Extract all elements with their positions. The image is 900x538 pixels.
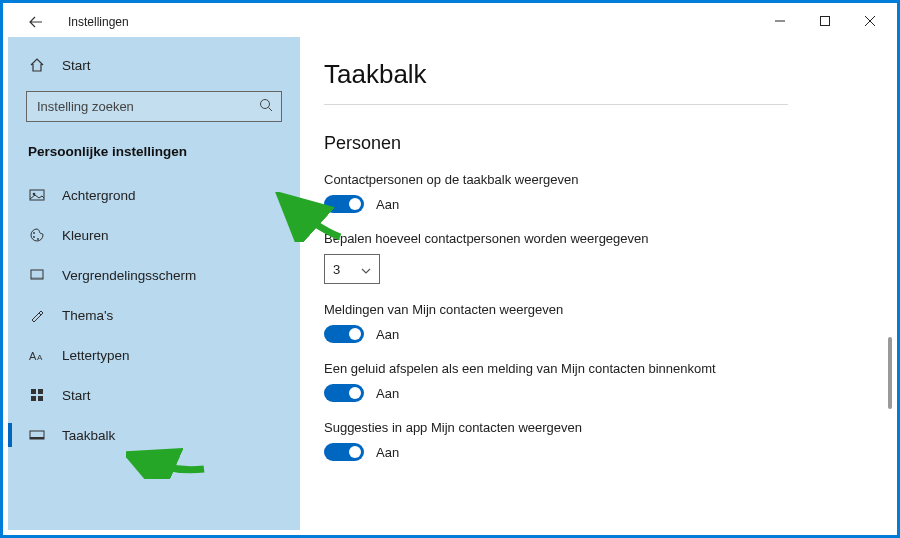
sidebar-item-label: Achtergrond (62, 188, 136, 203)
svg-rect-10 (31, 277, 43, 279)
setting-sound: Een geluid afspelen als een melding van … (324, 361, 848, 402)
chevron-down-icon (361, 262, 371, 277)
sidebar-item-lettertypen[interactable]: AA Lettertypen (8, 335, 300, 375)
setting-label: Een geluid afspelen als een melding van … (324, 361, 848, 376)
maximize-icon (820, 16, 830, 26)
titlebar: Instellingen (8, 7, 892, 37)
picture-icon (28, 187, 46, 203)
palette-icon (28, 227, 46, 243)
setting-label: Contactpersonen op de taakbalk weergeven (324, 172, 848, 187)
window-title: Instellingen (68, 15, 129, 29)
svg-text:A: A (37, 353, 43, 362)
svg-point-2 (261, 99, 270, 108)
sidebar-item-label: Start (62, 388, 91, 403)
setting-notifications: Meldingen van Mijn contacten weergeven A… (324, 302, 848, 343)
close-button[interactable] (847, 7, 892, 35)
search-input[interactable] (27, 99, 281, 114)
lockscreen-icon (28, 267, 46, 283)
svg-line-3 (269, 107, 273, 111)
sidebar-item-themas[interactable]: Thema's (8, 295, 300, 335)
start-icon (28, 387, 46, 403)
setting-label: Bepalen hoeveel contactpersonen worden w… (324, 231, 848, 246)
search-icon (259, 98, 273, 116)
back-button[interactable] (26, 12, 46, 32)
svg-point-6 (33, 232, 35, 234)
themes-icon (28, 307, 46, 323)
scrollbar-thumb[interactable] (888, 337, 892, 409)
content-pane: Taakbalk Personen Contactpersonen op de … (300, 37, 892, 530)
divider (324, 104, 788, 105)
setting-show-contacts: Contactpersonen op de taakbalk weergeven… (324, 172, 848, 213)
sidebar-item-taakbalk[interactable]: Taakbalk (8, 415, 300, 455)
setting-label: Suggesties in app Mijn contacten weergev… (324, 420, 848, 435)
minimize-button[interactable] (757, 7, 802, 35)
toggle-sound[interactable] (324, 384, 364, 402)
svg-point-8 (37, 238, 39, 240)
category-title: Persoonlijke instellingen (8, 128, 300, 169)
setting-suggestions: Suggesties in app Mijn contacten weergev… (324, 420, 848, 461)
sidebar-item-label: Vergrendelingsscherm (62, 268, 196, 283)
svg-rect-13 (31, 389, 36, 394)
home-label: Start (62, 58, 91, 73)
svg-rect-15 (31, 396, 36, 401)
sidebar-item-label: Thema's (62, 308, 113, 323)
toggle-state: Aan (376, 386, 399, 401)
section-title: Personen (324, 133, 848, 154)
setting-label: Meldingen van Mijn contacten weergeven (324, 302, 848, 317)
sidebar-item-label: Taakbalk (62, 428, 115, 443)
taskbar-icon (28, 427, 46, 443)
minimize-icon (775, 16, 785, 26)
page-title: Taakbalk (324, 59, 848, 104)
sidebar-item-vergrendelingsscherm[interactable]: Vergrendelingsscherm (8, 255, 300, 295)
toggle-suggestions[interactable] (324, 443, 364, 461)
fonts-icon: AA (28, 348, 46, 362)
sidebar-item-achtergrond[interactable]: Achtergrond (8, 175, 300, 215)
svg-rect-18 (30, 437, 44, 439)
select-value: 3 (333, 262, 340, 277)
svg-rect-1 (820, 17, 829, 26)
toggle-state: Aan (376, 197, 399, 212)
sidebar-item-label: Lettertypen (62, 348, 130, 363)
select-contact-count[interactable]: 3 (324, 254, 380, 284)
svg-point-7 (33, 236, 35, 238)
sidebar-item-label: Kleuren (62, 228, 109, 243)
search-box[interactable] (26, 91, 282, 122)
maximize-button[interactable] (802, 7, 847, 35)
window-controls (757, 7, 892, 35)
svg-rect-4 (30, 190, 44, 200)
setting-contact-count: Bepalen hoeveel contactpersonen worden w… (324, 231, 848, 284)
sidebar-item-kleuren[interactable]: Kleuren (8, 215, 300, 255)
toggle-state: Aan (376, 327, 399, 342)
toggle-notifications[interactable] (324, 325, 364, 343)
close-icon (865, 16, 875, 26)
sidebar-item-start[interactable]: Start (8, 375, 300, 415)
arrow-left-icon (29, 15, 43, 29)
home-icon (28, 57, 46, 73)
toggle-state: Aan (376, 445, 399, 460)
svg-rect-14 (38, 389, 43, 394)
home-button[interactable]: Start (8, 49, 300, 81)
sidebar: Start Persoonlijke instellingen Achtergr… (8, 37, 300, 530)
toggle-show-contacts[interactable] (324, 195, 364, 213)
settings-window: Instellingen Start (8, 7, 892, 530)
svg-rect-16 (38, 396, 43, 401)
nav-list: Achtergrond Kleuren Vergrendelingsscherm… (8, 175, 300, 455)
svg-text:A: A (29, 350, 37, 362)
